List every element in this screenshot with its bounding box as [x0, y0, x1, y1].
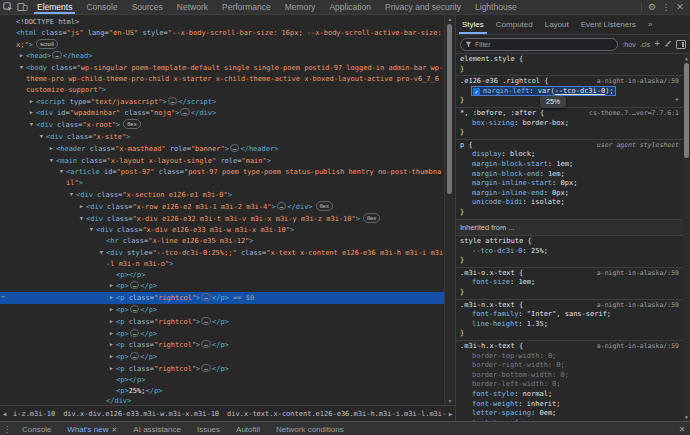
css-declaration[interactable]: letter-spacing: 0em; [460, 409, 679, 419]
expand-closed-icon[interactable]: ▶ [107, 316, 116, 327]
sidebar-tab-event-listeners[interactable]: Event Listeners [575, 15, 642, 34]
dom-tree-row[interactable]: ▼<main class="x-layout x-layout-single" … [0, 155, 445, 167]
css-declaration[interactable]: unicode-bidi: isolate; [460, 198, 679, 208]
styles-scrollbar[interactable]: ▲ ▼ [683, 54, 690, 421]
dom-tree-row[interactable]: ▶<script type="text/javascript">…</scrip… [0, 96, 445, 108]
drawer-menu-icon[interactable]: ⋮ [0, 422, 14, 435]
dom-tree-row[interactable]: ▶<p class="rightcol">…</p> [0, 316, 445, 328]
breadcrumb-item[interactable]: div.x-text.x-content.e126-e36.m3i-h.m3i-… [223, 409, 446, 419]
dom-tree-row[interactable]: ▶<p>…</p> [0, 304, 445, 316]
collapsed-content-icon[interactable]: … [201, 340, 211, 348]
css-origin-link[interactable]: cs-theme.7.…ver=7.7.6:1 [583, 109, 679, 119]
expand-closed-icon[interactable]: ▶ [107, 363, 116, 374]
dom-tree-row[interactable]: <p></p> [0, 270, 445, 281]
css-selector[interactable]: *, :before, :after { [460, 109, 544, 119]
expand-closed-icon[interactable]: ▶ [47, 143, 56, 154]
expand-closed-icon[interactable]: ▶ [27, 107, 36, 118]
dom-tree-row[interactable]: <p>25%;</p> [0, 386, 445, 397]
dom-tree-row[interactable]: ▼<body class="wp-singular poem-template-… [0, 62, 445, 95]
css-declaration[interactable]: font-weight: inherit; [460, 400, 679, 410]
css-selector[interactable]: .m3i-h.x-text { [460, 342, 523, 352]
collapsed-content-icon[interactable]: … [180, 108, 190, 116]
panel-tab-network[interactable]: Network [170, 0, 215, 14]
expand-closed-icon[interactable]: ▶ [107, 339, 116, 350]
css-declaration[interactable]: border-top-width: 0; [460, 352, 679, 362]
close-tab-icon[interactable]: ✕ [111, 426, 117, 434]
sidebar-tab-computed[interactable]: Computed [490, 15, 539, 34]
settings-gear-icon[interactable]: ⚙ [645, 0, 659, 14]
css-declaration[interactable]: line-height: 1.35; [460, 320, 679, 330]
css-declaration[interactable]: margin-block-end: 1em; [460, 170, 679, 180]
dom-tree-row[interactable]: <p></p> [0, 375, 445, 386]
expand-closed-icon[interactable]: ▶ [107, 280, 116, 291]
expand-closed-icon[interactable]: ▶ [17, 50, 26, 61]
css-selector[interactable]: p { [460, 141, 473, 151]
panel-tab-sources[interactable]: Sources [125, 0, 170, 14]
css-declaration[interactable]: border-bottom-width: 0; [460, 371, 679, 381]
declaration-checkbox[interactable]: ✓ [473, 88, 480, 95]
dom-tree-row[interactable]: ▶<p class="rightcol">…</p> [0, 339, 445, 351]
css-declaration[interactable]: border-left-width: 0; [460, 380, 679, 390]
panel-tab-memory[interactable]: Memory [278, 0, 323, 14]
toggle-element-state-button[interactable]: :hov [622, 41, 635, 48]
css-declaration[interactable]: text-transform: none; [460, 419, 679, 421]
css-selector[interactable]: .m3i-o.x-text { [460, 269, 523, 279]
insert-declaration-button[interactable]: + [675, 96, 679, 106]
styles-filter-input[interactable] [475, 41, 613, 48]
sidebar-tab-layout[interactable]: Layout [539, 15, 575, 34]
dom-tree-row[interactable]: ▶<head>…</head> [0, 50, 445, 62]
collapsed-content-icon[interactable]: … [130, 281, 140, 289]
device-toolbar-icon[interactable] [15, 0, 30, 14]
elements-scrollbar[interactable]: ▲ ▼ [444, 15, 455, 405]
scroll-down-icon[interactable]: ▼ [445, 397, 455, 405]
expand-open-icon[interactable]: ▼ [77, 213, 86, 224]
styles-scroll-up-icon[interactable]: ▲ [683, 54, 690, 62]
rendering-brush-icon[interactable] [664, 40, 672, 48]
styles-scrollbar-thumb[interactable] [684, 63, 689, 158]
expand-closed-icon[interactable]: ▶ [107, 351, 116, 362]
dom-tree-row[interactable]: <html class="js" lang="en-US" style="--x… [0, 28, 445, 51]
css-declaration[interactable]: font-size: 1em; [460, 278, 679, 288]
scroll-up-icon[interactable]: ▲ [445, 15, 455, 23]
css-origin-link[interactable]: a-night-in-alaska/:59 [591, 301, 679, 311]
expand-closed-icon[interactable]: ▶ [107, 292, 116, 303]
expand-open-icon[interactable]: ▼ [37, 131, 46, 142]
css-selector[interactable]: style attribute { [460, 237, 532, 247]
expand-open-icon[interactable]: ▼ [47, 155, 56, 166]
badge-flex[interactable]: flex [316, 201, 333, 211]
collapsed-content-icon[interactable]: … [201, 317, 211, 325]
dom-tree-row-selected[interactable]: ⋯▶<p class="rightcol">…</p> == $0 [0, 292, 445, 304]
dom-tree-row[interactable]: ▶<p>…</p> [0, 328, 445, 340]
css-origin-link[interactable]: a-night-in-alaska/:59 [591, 269, 679, 279]
expand-closed-icon[interactable]: ▶ [107, 304, 116, 315]
drawer-tab-autofill[interactable]: Autofill [228, 422, 268, 435]
css-declaration[interactable]: box-sizing: border-box; [460, 119, 679, 129]
dom-tree-row[interactable]: ▼<div class="x-section e126-e1 m3i-0"> [0, 189, 445, 201]
filter-input-box[interactable] [460, 38, 618, 51]
drawer-tab-network-conditions[interactable]: Network conditions [268, 422, 352, 435]
css-declaration[interactable]: font-style: normal; [460, 390, 679, 400]
collapsed-content-icon[interactable]: … [130, 305, 140, 313]
sidebar-tab-[interactable]: » [642, 15, 658, 34]
badge-scroll[interactable]: scroll [36, 39, 58, 49]
dom-tree-row[interactable]: ▼<div class="x-root">flex [0, 119, 445, 131]
css-variable-link[interactable]: --tco-dc3i-0 [555, 87, 606, 95]
drawer-tab-ai-assistance[interactable]: AI assistance [125, 422, 189, 435]
dom-tree-row[interactable]: </div> [0, 396, 445, 405]
panel-tab-application[interactable]: Application [322, 0, 378, 14]
dom-tree-row[interactable]: <hr class="x-line e126-e35 m3i-12"> [0, 236, 445, 247]
styles-scroll-down-icon[interactable]: ▼ [683, 413, 690, 421]
expand-open-icon[interactable]: ▼ [67, 189, 76, 200]
breadcrumb-left-arrow-icon[interactable]: ◀ [0, 410, 9, 417]
expand-open-icon[interactable]: ▼ [97, 247, 106, 258]
badge-flex[interactable]: flex [123, 119, 140, 129]
css-declaration[interactable]: margin-inline-start: 0px; [460, 179, 679, 189]
dom-tree-row[interactable]: ▼<div style="--tco-dc3i-0:25%;;" class="… [0, 247, 445, 270]
dom-tree-row[interactable]: ▼<div class="x-div e126-e33 m3i-w m3i-x … [0, 224, 445, 236]
css-declaration[interactable]: margin-block-start: 1em; [460, 160, 679, 170]
css-selector[interactable]: .e126-e36 .rightcol { [460, 77, 549, 87]
drawer-tab-issues[interactable]: Issues [189, 422, 228, 435]
css-selector[interactable]: .m3i-n.x-text { [460, 301, 523, 311]
breadcrumb-right-arrow-icon[interactable]: ▶ [446, 410, 455, 417]
elements-scrollbar-thumb[interactable] [447, 24, 452, 194]
